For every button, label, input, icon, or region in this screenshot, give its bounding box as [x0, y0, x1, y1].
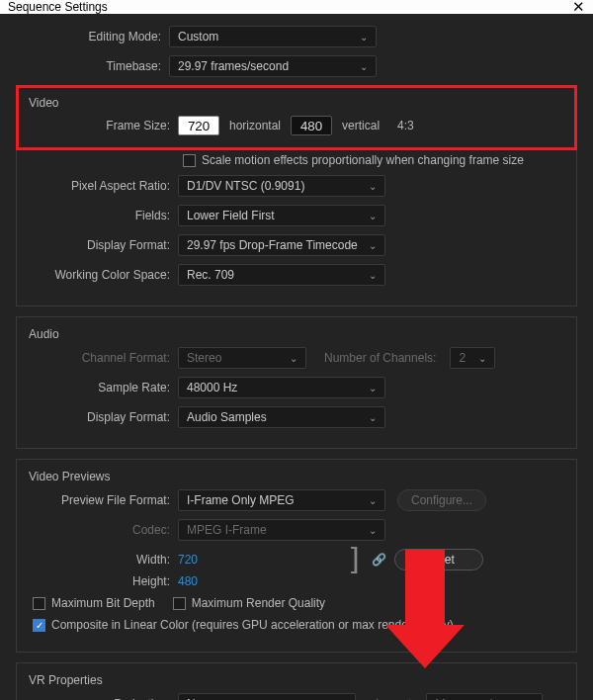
- preview-file-format-select[interactable]: I-Frame Only MPEG ⌄: [178, 489, 385, 511]
- channel-format-value: Stereo: [187, 351, 221, 365]
- channel-format-label: Channel Format:: [25, 351, 178, 365]
- audio-display-format-select[interactable]: Audio Samples ⌄: [178, 406, 385, 428]
- preview-height-label: Height:: [25, 574, 178, 588]
- preview-width-value[interactable]: 720: [178, 553, 217, 567]
- chevron-down-icon: ⌄: [478, 353, 486, 364]
- fields-select[interactable]: Lower Field First ⌄: [178, 205, 385, 226]
- vr-group: VR Properties Projection: None ⌄ Layout:…: [16, 662, 577, 700]
- chevron-down-icon: ⌄: [369, 211, 377, 221]
- previews-group: Video Previews Preview File Format: I-Fr…: [16, 459, 577, 653]
- codec-select: MPEG I-Frame ⌄: [178, 519, 385, 541]
- timebase-label: Timebase:: [16, 59, 169, 73]
- chevron-down-icon: ⌄: [369, 383, 377, 394]
- working-color-select[interactable]: Rec. 709 ⌄: [178, 264, 385, 286]
- preview-file-format-value: I-Frame Only MPEG: [187, 493, 295, 507]
- fields-label: Fields:: [25, 209, 178, 222]
- chevron-down-icon: ⌄: [369, 181, 377, 192]
- link-icon[interactable]: 🔗: [372, 553, 386, 567]
- preview-width-label: Width:: [25, 553, 178, 567]
- video-legend: Video: [25, 96, 62, 110]
- previews-legend: Video Previews: [25, 470, 115, 483]
- chevron-down-icon: ⌄: [360, 61, 368, 72]
- max-render-quality-label: Maximum Render Quality: [192, 596, 325, 610]
- preview-file-format-label: Preview File Format:: [25, 493, 178, 507]
- fields-value: Lower Field First: [187, 209, 275, 222]
- max-bit-depth-label: Maximum Bit Depth: [51, 596, 155, 610]
- pixel-aspect-select[interactable]: D1/DV NTSC (0.9091) ⌄: [178, 175, 385, 197]
- channel-format-select: Stereo ⌄: [178, 347, 306, 369]
- editing-mode-select[interactable]: Custom ⌄: [169, 26, 377, 47]
- scale-motion-label: Scale motion effects proportionally when…: [202, 153, 524, 167]
- frame-height-input[interactable]: [291, 116, 332, 135]
- chevron-down-icon: ⌄: [369, 412, 377, 423]
- bracket-icon: ]: [346, 553, 364, 567]
- timebase-select[interactable]: 29.97 frames/second ⌄: [169, 55, 377, 77]
- num-channels-value: 2: [459, 351, 466, 365]
- annotation-arrow-icon: [405, 550, 445, 629]
- num-channels-select: 2 ⌄: [450, 347, 495, 369]
- audio-group: Audio Channel Format: Stereo ⌄ Number of…: [16, 316, 577, 449]
- working-color-label: Working Color Space:: [25, 268, 178, 282]
- chevron-down-icon: ⌄: [369, 240, 377, 251]
- configure-button: Configure...: [397, 489, 486, 511]
- audio-display-format-value: Audio Samples: [187, 410, 267, 424]
- sample-rate-value: 48000 Hz: [187, 381, 237, 394]
- scale-motion-checkbox[interactable]: [183, 154, 196, 167]
- video-display-format-label: Display Format:: [25, 238, 178, 252]
- chevron-down-icon: ⌄: [369, 525, 377, 536]
- audio-legend: Audio: [25, 327, 63, 341]
- timebase-value: 29.97 frames/second: [178, 59, 289, 73]
- projection-select[interactable]: None ⌄: [178, 693, 356, 700]
- editing-mode-label: Editing Mode:: [16, 30, 169, 44]
- vertical-text: vertical: [342, 119, 380, 132]
- frame-size-label: Frame Size:: [25, 119, 178, 132]
- video-group-rest: Scale motion effects proportionally when…: [16, 149, 577, 306]
- title-bar: Sequence Settings ✕: [0, 0, 593, 14]
- video-display-format-value: 29.97 fps Drop-Frame Timecode: [187, 238, 358, 252]
- aspect-text: 4:3: [397, 119, 414, 132]
- max-bit-depth-checkbox[interactable]: [33, 597, 45, 610]
- preview-height-value[interactable]: 480: [178, 574, 198, 588]
- chevron-down-icon: ⌄: [369, 270, 377, 281]
- window-title: Sequence Settings: [8, 0, 108, 14]
- codec-label: Codec:: [25, 523, 178, 537]
- chevron-down-icon: ⌄: [360, 32, 368, 43]
- num-channels-label: Number of Channels:: [324, 351, 444, 365]
- frame-width-input[interactable]: [178, 116, 219, 135]
- horizontal-text: horizontal: [229, 119, 281, 132]
- annotation-arrow-head-icon: [385, 625, 465, 668]
- chevron-down-icon: ⌄: [290, 353, 297, 364]
- vr-legend: VR Properties: [25, 673, 107, 687]
- layout-select: Monoscopic ⌄: [426, 693, 543, 700]
- sample-rate-label: Sample Rate:: [25, 381, 178, 394]
- video-display-format-select[interactable]: 29.97 fps Drop-Frame Timecode ⌄: [178, 234, 385, 256]
- chevron-down-icon: ⌄: [369, 495, 377, 506]
- pixel-aspect-label: Pixel Aspect Ratio:: [25, 179, 178, 193]
- editing-mode-value: Custom: [178, 30, 218, 44]
- sample-rate-select[interactable]: 48000 Hz ⌄: [178, 377, 385, 398]
- working-color-value: Rec. 709: [187, 268, 234, 282]
- composite-linear-checkbox[interactable]: ✓: [33, 619, 45, 632]
- audio-display-format-label: Display Format:: [25, 410, 178, 424]
- close-icon[interactable]: ✕: [572, 0, 585, 16]
- max-render-quality-checkbox[interactable]: [173, 597, 186, 610]
- video-group: Video Frame Size: horizontal vertical 4:…: [16, 85, 577, 150]
- pixel-aspect-value: D1/DV NTSC (0.9091): [187, 179, 304, 193]
- codec-value: MPEG I-Frame: [187, 523, 267, 537]
